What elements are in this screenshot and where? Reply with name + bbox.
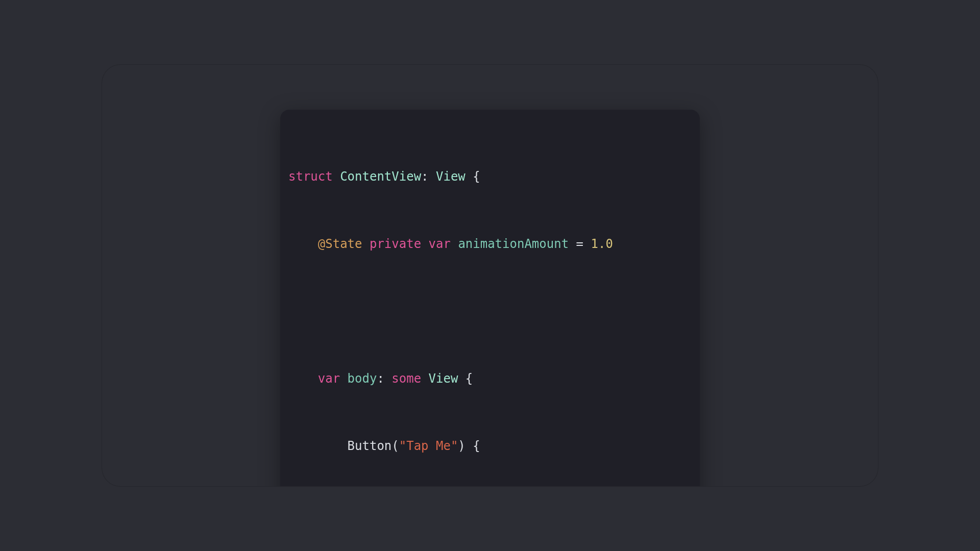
keyword-struct: struct xyxy=(288,169,333,184)
code-line[interactable]: Button("Tap Me") { xyxy=(280,438,700,455)
code-editor[interactable]: struct ContentView: View { @State privat… xyxy=(280,110,700,486)
call-button: Button xyxy=(348,439,392,453)
attribute-state: @State xyxy=(318,237,362,251)
identifier-animationamount: animationAmount xyxy=(458,237,569,251)
code-line[interactable] xyxy=(280,303,700,320)
keyword-some: some xyxy=(391,371,421,386)
keyword-var: var xyxy=(429,237,451,251)
number-literal: 1.0 xyxy=(591,237,612,251)
type-view: View xyxy=(436,169,465,184)
background-panel: struct ContentView: View { @State privat… xyxy=(102,65,878,486)
type-contentview: ContentView xyxy=(340,169,421,184)
type-view: View xyxy=(429,371,458,386)
keyword-private: private xyxy=(370,237,421,251)
identifier-body: body xyxy=(348,371,377,386)
string-literal: "Tap Me" xyxy=(399,439,458,453)
code-line[interactable]: struct ContentView: View { xyxy=(280,168,700,185)
keyword-var: var xyxy=(318,371,340,386)
code-block[interactable]: struct ContentView: View { @State privat… xyxy=(280,118,700,486)
code-line[interactable]: @State private var animationAmount = 1.0 xyxy=(280,236,700,253)
code-line[interactable]: var body: some View { xyxy=(280,370,700,387)
